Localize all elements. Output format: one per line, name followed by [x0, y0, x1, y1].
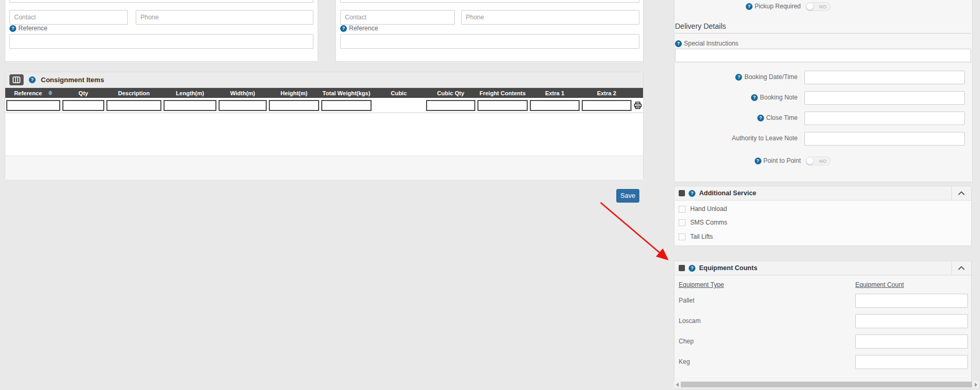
- pickup-required-toggle[interactable]: NO: [805, 2, 831, 11]
- toggle-knob: [807, 158, 813, 164]
- pallet-count-input[interactable]: [855, 294, 968, 308]
- booking-note-input[interactable]: [804, 91, 965, 105]
- row-height-input[interactable]: [269, 100, 319, 111]
- pickup-required-label: ? Pickup Required: [681, 3, 801, 10]
- page: ? Reference ? Reference ? Consignme: [0, 0, 980, 390]
- loscam-count-input[interactable]: [855, 314, 968, 328]
- equipment-row-chep-label: Chep: [679, 338, 694, 345]
- consignment-footer: [5, 155, 643, 180]
- help-icon[interactable]: ?: [735, 74, 742, 81]
- toggle-state-label: NO: [819, 4, 827, 9]
- print-icon[interactable]: [634, 102, 642, 109]
- row-extra2-input[interactable]: [582, 100, 631, 111]
- special-instructions-input[interactable]: [675, 49, 971, 62]
- equipment-counts-panel: ? Equipment Counts Equipment Type Equipm…: [674, 261, 972, 382]
- row-description-input[interactable]: [106, 100, 161, 111]
- row-freight-contents-input[interactable]: [477, 100, 528, 111]
- sms-comms-checkbox[interactable]: [679, 219, 685, 226]
- row-length-input[interactable]: [164, 100, 216, 111]
- help-icon[interactable]: ?: [9, 25, 16, 32]
- column-header-reference[interactable]: Reference: [5, 88, 61, 98]
- top-panel-1-cropped-input[interactable]: [9, 0, 313, 3]
- option-sms-comms: SMS Comms: [679, 219, 727, 226]
- column-header-description: Description: [105, 88, 162, 98]
- top-panel-2-cropped-input[interactable]: [340, 0, 639, 3]
- consignment-items-panel: ? Consignment Items Reference Qty Descri…: [5, 72, 644, 178]
- equipment-counts-header: ? Equipment Counts: [674, 261, 971, 275]
- sort-icon[interactable]: [48, 91, 52, 95]
- delivery-details-heading: Delivery Details: [675, 22, 726, 30]
- column-header-cubic-qty: Cubic Qty: [425, 88, 476, 98]
- row-qty-input[interactable]: [62, 100, 104, 111]
- scroll-left-arrow[interactable]: [674, 381, 680, 388]
- top-panel-1-reference-label: ? Reference: [9, 25, 47, 32]
- booking-datetime-input[interactable]: [804, 71, 965, 84]
- row-extra1-input[interactable]: [530, 100, 580, 111]
- equipment-row-pallet-label: Pallet: [679, 297, 694, 304]
- keg-count-input[interactable]: [855, 355, 968, 369]
- chep-count-input[interactable]: [855, 335, 968, 349]
- toggle-knob: [807, 3, 813, 10]
- row-cubic-readonly: [373, 98, 425, 113]
- authority-to-leave-input[interactable]: [804, 132, 965, 146]
- top-panel-2: ? Reference: [335, 0, 644, 62]
- top-panel-1-contact-input[interactable]: [9, 10, 128, 25]
- top-panel-2-contact-input[interactable]: [340, 10, 455, 25]
- scrollbar-thumb[interactable]: [681, 382, 972, 387]
- column-header-cubic: Cubic: [373, 88, 425, 98]
- help-icon[interactable]: ?: [755, 158, 761, 164]
- column-header-actions: [633, 88, 643, 98]
- help-icon[interactable]: ?: [340, 25, 347, 32]
- top-panel-2-reference-label: ? Reference: [340, 25, 378, 32]
- column-header-height: Height(m): [268, 88, 320, 98]
- top-panel-1-phone-input[interactable]: [136, 10, 313, 25]
- column-settings-button[interactable]: [9, 74, 24, 85]
- close-time-label: ? Close Time: [676, 114, 798, 121]
- additional-service-panel: ? Additional Service Hand Unload SMS Com…: [674, 186, 972, 246]
- equipment-count-header: Equipment Count: [855, 281, 904, 288]
- top-panel-2-phone-input[interactable]: [461, 10, 639, 25]
- help-icon[interactable]: ?: [751, 94, 758, 101]
- columns-icon: [13, 76, 20, 83]
- option-tail-lifts: Tail Lifts: [679, 233, 713, 240]
- close-time-input[interactable]: [804, 112, 965, 125]
- section-square-icon: [679, 265, 685, 271]
- top-panel-1-reference-input[interactable]: [9, 34, 313, 49]
- horizontal-scrollbar: [674, 381, 979, 388]
- booking-datetime-label: ? Booking Date/Time: [676, 73, 798, 81]
- equipment-counts-title: Equipment Counts: [699, 264, 757, 272]
- row-width-input[interactable]: [219, 100, 267, 111]
- tail-lifts-checkbox[interactable]: [679, 233, 685, 240]
- option-hand-unload: Hand Unload: [679, 205, 727, 213]
- help-icon[interactable]: ?: [689, 265, 695, 272]
- column-header-length: Length(m): [162, 88, 217, 98]
- booking-note-label: ? Booking Note: [676, 94, 798, 101]
- collapse-button[interactable]: [951, 186, 971, 200]
- help-icon[interactable]: ?: [675, 40, 682, 47]
- help-icon[interactable]: ?: [29, 76, 36, 83]
- top-panel-1: ? Reference: [5, 0, 318, 62]
- point-to-point-toggle[interactable]: NO: [805, 157, 831, 165]
- toggle-state-label: NO: [819, 159, 827, 164]
- equipment-row-keg-label: Keg: [679, 358, 690, 365]
- column-header-qty: Qty: [61, 88, 105, 98]
- column-header-freight-contents: Freight Contents: [476, 88, 529, 98]
- additional-service-header: ? Additional Service: [674, 186, 971, 200]
- top-panel-2-reference-input[interactable]: [340, 34, 639, 49]
- collapse-button[interactable]: [951, 261, 971, 275]
- help-icon[interactable]: ?: [757, 115, 764, 121]
- row-cubic-qty-input[interactable]: [426, 100, 475, 111]
- row-total-weight-input[interactable]: [321, 100, 372, 111]
- help-icon[interactable]: ?: [746, 3, 753, 10]
- scroll-right-arrow[interactable]: [973, 381, 979, 388]
- consignment-header: ? Consignment Items: [5, 72, 643, 88]
- help-icon[interactable]: ?: [689, 190, 695, 197]
- hand-unload-checkbox[interactable]: [679, 206, 685, 213]
- save-button[interactable]: Save: [616, 189, 639, 203]
- chevron-up-icon: [958, 266, 965, 270]
- section-square-icon: [679, 190, 685, 196]
- additional-service-title: Additional Service: [699, 190, 756, 197]
- heading-divider: [675, 33, 971, 34]
- consignment-input-row: [5, 98, 643, 113]
- row-reference-input[interactable]: [6, 100, 60, 111]
